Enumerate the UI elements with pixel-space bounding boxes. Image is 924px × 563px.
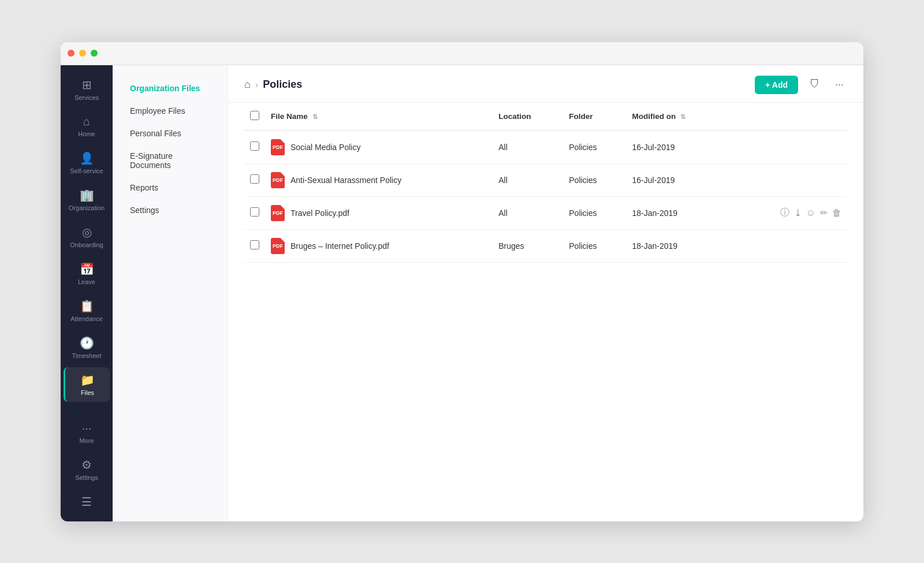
sidebar-personal-files[interactable]: Personal Files: [117, 122, 223, 144]
more-icon: ···: [82, 422, 92, 435]
row-actions-cell: ⓘ⤓☺✏🗑: [731, 196, 847, 229]
app-body: ⊞ Services ⌂ Home 👤 Self-service 🏢 Organ…: [61, 65, 863, 521]
row-checkbox-cell: [244, 163, 265, 196]
main-content: ⌂ › Policies + Add ⛉ ···: [228, 65, 863, 521]
sidebar-org-files[interactable]: Organization Files: [117, 77, 223, 99]
row-checkbox-cell: [244, 131, 265, 164]
title-bar: [61, 42, 863, 65]
row-checkbox[interactable]: [250, 141, 259, 151]
row-checkbox-cell: [244, 229, 265, 262]
main-header: ⌂ › Policies + Add ⛉ ···: [228, 65, 863, 103]
edit-icon[interactable]: ✏: [820, 207, 828, 218]
row-checkbox[interactable]: [250, 207, 259, 217]
col-filename: File Name ⇅: [265, 103, 493, 131]
row-actions-cell: [731, 131, 847, 164]
row-actions-cell: [731, 163, 847, 196]
sidebar-item-menu[interactable]: ☰: [64, 489, 110, 514]
pdf-icon: PDF: [271, 205, 285, 221]
row-location: All: [493, 131, 563, 164]
row-modified: 16-Jul-2019: [627, 163, 731, 196]
sidebar-item-more[interactable]: ··· More: [64, 416, 110, 450]
row-folder: Policies: [563, 131, 626, 164]
close-dot[interactable]: [68, 50, 74, 57]
table-row: PDFBruges – Internet Policy.pdfBrugesPol…: [244, 229, 847, 262]
filter-button[interactable]: ⛉: [806, 76, 824, 93]
timesheet-icon: 🕐: [80, 336, 94, 350]
table-body: PDFSocial Media PolicyAllPolicies16-Jul-…: [244, 131, 847, 263]
pdf-icon: PDF: [271, 139, 285, 155]
page-title: Policies: [263, 79, 302, 91]
header-checkbox-cell: [244, 103, 265, 131]
row-location: Bruges: [493, 229, 563, 262]
table-row: PDFAnti-Sexual Harassment PolicyAllPolic…: [244, 163, 847, 196]
sidebar-emp-files[interactable]: Employee Files: [117, 100, 223, 122]
row-modified: 18-Jan-2019: [627, 196, 731, 229]
services-icon: ⊞: [82, 78, 92, 92]
col-location: Location: [493, 103, 563, 131]
breadcrumb-separator: ›: [255, 80, 258, 90]
header-actions: + Add ⛉ ···: [755, 76, 847, 94]
delete-icon[interactable]: 🗑: [832, 208, 841, 218]
filter-icon: ⛉: [810, 79, 820, 90]
left-nav: ⊞ Services ⌂ Home 👤 Self-service 🏢 Organ…: [61, 65, 113, 521]
row-folder: Policies: [563, 163, 626, 196]
breadcrumb: ⌂ › Policies: [244, 79, 302, 91]
reaction-icon[interactable]: ☺: [806, 208, 815, 218]
hamburger-icon: ☰: [81, 495, 92, 509]
sidebar-item-onboarding[interactable]: ◎ Onboarding: [64, 219, 110, 254]
onboarding-icon: ◎: [82, 225, 92, 239]
sidebar-settings[interactable]: Settings: [117, 199, 223, 221]
sidebar-esig-docs[interactable]: E-Signature Documents: [117, 145, 223, 176]
sidebar-item-services[interactable]: ⊞ Services: [64, 72, 110, 107]
row-actions: ⓘ⤓☺✏🗑: [736, 207, 841, 219]
sidebar-item-leave[interactable]: 📅 Leave: [64, 256, 110, 291]
files-table-wrapper: File Name ⇅ Location Folder Modified on: [228, 103, 863, 521]
sidebar-reports[interactable]: Reports: [117, 177, 223, 199]
attendance-icon: 📋: [80, 299, 94, 313]
sidebar-item-self-service[interactable]: 👤 Self-service: [64, 146, 110, 180]
sidebar-item-attendance[interactable]: 📋 Attendance: [64, 293, 110, 328]
row-modified: 18-Jan-2019: [627, 229, 731, 262]
row-folder: Policies: [563, 196, 626, 229]
sidebar-item-timesheet[interactable]: 🕐 Timesheet: [64, 330, 110, 365]
add-button[interactable]: + Add: [755, 76, 798, 94]
row-location: All: [493, 163, 563, 196]
pdf-icon: PDF: [271, 172, 285, 188]
download-icon[interactable]: ⤓: [794, 207, 802, 218]
more-options-button[interactable]: ···: [832, 76, 847, 93]
app-window: ⊞ Services ⌂ Home 👤 Self-service 🏢 Organ…: [61, 42, 863, 521]
modified-sort-icon[interactable]: ⇅: [680, 113, 685, 120]
self-service-icon: 👤: [80, 151, 94, 165]
leave-icon: 📅: [80, 262, 94, 276]
row-location: All: [493, 196, 563, 229]
row-actions-cell: [731, 229, 847, 262]
files-icon: 📁: [80, 373, 95, 387]
home-breadcrumb[interactable]: ⌂: [244, 79, 251, 91]
sidebar: Organization Files Employee Files Person…: [113, 65, 228, 521]
sidebar-item-settings[interactable]: ⚙ Settings: [64, 452, 110, 487]
col-folder: Folder: [563, 103, 626, 131]
row-filename: PDFBruges – Internet Policy.pdf: [265, 229, 493, 262]
row-filename: PDFSocial Media Policy: [265, 131, 493, 164]
row-checkbox[interactable]: [250, 240, 259, 249]
ellipsis-icon: ···: [835, 79, 844, 90]
select-all-checkbox[interactable]: [250, 111, 259, 120]
minimize-dot[interactable]: [79, 50, 86, 57]
row-filename: PDFAnti-Sexual Harassment Policy: [265, 163, 493, 196]
home-icon: ⌂: [83, 115, 90, 128]
col-actions: [731, 103, 847, 131]
row-filename: PDFTravel Policy.pdf: [265, 196, 493, 229]
maximize-dot[interactable]: [91, 50, 98, 57]
sidebar-item-organization[interactable]: 🏢 Organization: [64, 182, 110, 217]
row-folder: Policies: [563, 229, 626, 262]
table-row: PDFTravel Policy.pdfAllPolicies18-Jan-20…: [244, 196, 847, 229]
info-icon[interactable]: ⓘ: [780, 207, 789, 219]
pdf-icon: PDF: [271, 238, 285, 254]
table-row: PDFSocial Media PolicyAllPolicies16-Jul-…: [244, 131, 847, 164]
files-table: File Name ⇅ Location Folder Modified on: [244, 103, 847, 263]
row-checkbox[interactable]: [250, 174, 259, 184]
settings-nav-icon: ⚙: [81, 458, 92, 472]
sidebar-item-home[interactable]: ⌂ Home: [64, 109, 110, 143]
sidebar-item-files[interactable]: 📁 Files: [64, 367, 110, 402]
filename-sort-icon[interactable]: ⇅: [312, 113, 318, 120]
